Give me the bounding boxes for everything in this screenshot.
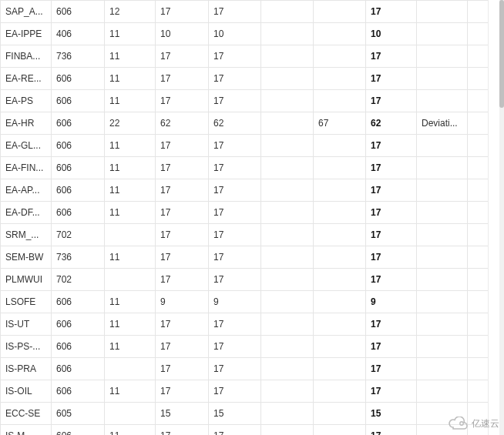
table-cell[interactable] (468, 202, 489, 224)
table-cell[interactable] (261, 45, 314, 68)
table-cell[interactable]: 606 (52, 179, 105, 202)
table-cell[interactable]: 15 (209, 403, 261, 425)
table-cell[interactable]: 11 (105, 68, 156, 90)
table-cell[interactable] (417, 68, 468, 90)
table-cell[interactable]: PLMWUI (1, 269, 52, 291)
table-cell[interactable]: EA-IPPE (1, 23, 52, 45)
table-cell[interactable] (417, 135, 468, 157)
table-cell[interactable]: 17 (156, 68, 209, 90)
table-cell[interactable]: 406 (52, 23, 105, 45)
table-cell[interactable]: 12 (105, 1, 156, 23)
table-cell[interactable] (261, 403, 314, 425)
table-cell[interactable]: 62 (209, 112, 261, 135)
table-cell[interactable] (468, 313, 489, 336)
table-cell[interactable] (468, 1, 489, 23)
vertical-scrollbar-track[interactable] (499, 0, 504, 435)
table-cell[interactable] (261, 291, 314, 313)
table-cell[interactable] (417, 403, 468, 425)
table-cell[interactable]: 17 (209, 68, 261, 90)
table-cell[interactable] (417, 246, 468, 269)
table-cell[interactable]: 17 (209, 179, 261, 202)
table-cell[interactable] (314, 425, 366, 436)
table-cell[interactable] (417, 45, 468, 68)
table-cell[interactable]: 17 (366, 1, 417, 23)
table-cell[interactable] (261, 1, 314, 23)
table-cell[interactable] (417, 1, 468, 23)
table-cell[interactable]: 11 (105, 45, 156, 68)
table-cell[interactable] (417, 336, 468, 358)
table-cell[interactable]: 10 (156, 23, 209, 45)
table-cell[interactable]: 606 (52, 68, 105, 90)
table-cell[interactable] (314, 23, 366, 45)
table-cell[interactable] (314, 1, 366, 23)
table-row[interactable]: EA-IPPE40611101010 (1, 23, 489, 45)
table-cell[interactable] (314, 202, 366, 224)
table-cell[interactable]: 17 (156, 157, 209, 179)
table-cell[interactable]: 606 (52, 336, 105, 358)
table-cell[interactable]: 11 (105, 246, 156, 269)
table-cell[interactable] (314, 246, 366, 269)
table-cell[interactable]: 11 (105, 313, 156, 336)
table-cell[interactable]: 17 (156, 135, 209, 157)
table-row[interactable]: SEM-BW73611171717 (1, 246, 489, 269)
table-cell[interactable]: 17 (366, 246, 417, 269)
table-cell[interactable]: LSOFE (1, 291, 52, 313)
table-cell[interactable]: 17 (366, 68, 417, 90)
table-cell[interactable]: 702 (52, 269, 105, 291)
table-cell[interactable]: 606 (52, 358, 105, 380)
table-cell[interactable] (314, 291, 366, 313)
table-cell[interactable]: 17 (209, 380, 261, 403)
table-cell[interactable]: 11 (105, 380, 156, 403)
table-cell[interactable]: 17 (209, 135, 261, 157)
table-cell[interactable] (261, 358, 314, 380)
table-cell[interactable] (417, 179, 468, 202)
table-cell[interactable] (261, 90, 314, 112)
table-cell[interactable]: EA-GL... (1, 135, 52, 157)
table-cell[interactable]: 606 (52, 291, 105, 313)
table-cell[interactable]: EA-HR (1, 112, 52, 135)
table-cell[interactable]: 15 (156, 403, 209, 425)
table-row[interactable]: EA-RE...60611171717 (1, 68, 489, 90)
table-cell[interactable]: 11 (105, 425, 156, 436)
table-cell[interactable]: 17 (156, 358, 209, 380)
table-cell[interactable]: IS-PS-... (1, 336, 52, 358)
table-cell[interactable] (261, 112, 314, 135)
table-cell[interactable] (314, 380, 366, 403)
table-row[interactable]: LSOFE60611999 (1, 291, 489, 313)
table-row[interactable]: SAP_A...60612171717 (1, 1, 489, 23)
table-cell[interactable] (261, 380, 314, 403)
table-cell[interactable] (417, 224, 468, 246)
table-cell[interactable]: FINBA... (1, 45, 52, 68)
table-cell[interactable]: IS-M (1, 425, 52, 436)
table-cell[interactable]: 17 (366, 45, 417, 68)
table-cell[interactable] (261, 224, 314, 246)
table-row[interactable]: IS-UT60611171717 (1, 313, 489, 336)
table-cell[interactable] (261, 246, 314, 269)
table-cell[interactable] (314, 179, 366, 202)
table-cell[interactable] (417, 380, 468, 403)
table-cell[interactable]: 17 (156, 336, 209, 358)
table-cell[interactable] (468, 291, 489, 313)
table-cell[interactable]: 11 (105, 336, 156, 358)
table-cell[interactable] (314, 269, 366, 291)
table-cell[interactable]: 17 (156, 179, 209, 202)
table-cell[interactable] (314, 68, 366, 90)
table-cell[interactable] (314, 157, 366, 179)
table-cell[interactable]: 606 (52, 112, 105, 135)
table-cell[interactable]: 9 (209, 291, 261, 313)
table-cell[interactable]: 11 (105, 202, 156, 224)
table-cell[interactable]: Deviati... (417, 112, 468, 135)
table-cell[interactable] (314, 313, 366, 336)
table-cell[interactable]: 9 (366, 291, 417, 313)
table-cell[interactable] (417, 425, 468, 436)
table-cell[interactable]: EA-AP... (1, 179, 52, 202)
table-cell[interactable] (468, 425, 489, 436)
table-cell[interactable]: 17 (156, 246, 209, 269)
table-cell[interactable]: IS-UT (1, 313, 52, 336)
table-cell[interactable] (468, 380, 489, 403)
table-cell[interactable]: 606 (52, 1, 105, 23)
table-cell[interactable]: EA-DF... (1, 202, 52, 224)
table-cell[interactable] (417, 23, 468, 45)
table-cell[interactable]: 17 (366, 425, 417, 436)
table-row[interactable]: FINBA...73611171717 (1, 45, 489, 68)
